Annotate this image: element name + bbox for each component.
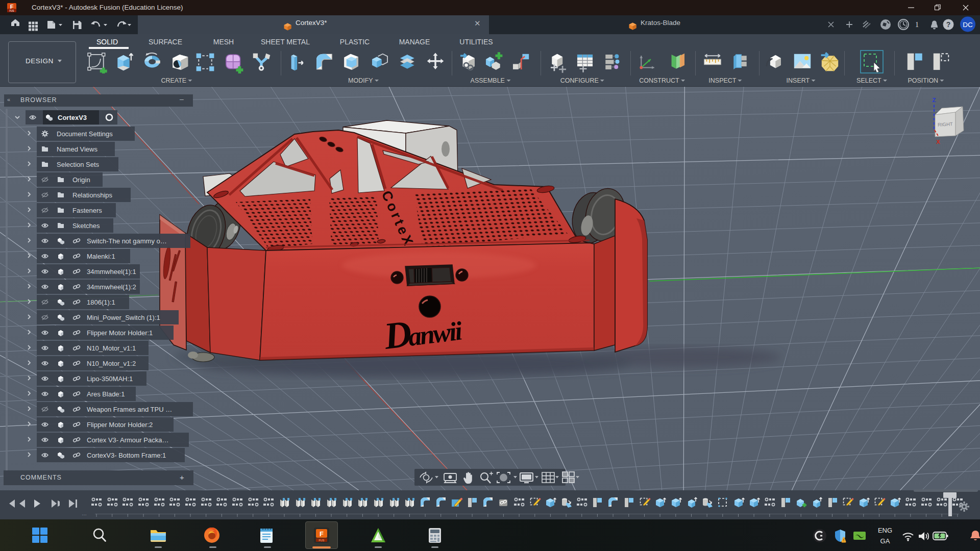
svg-text:!: ! xyxy=(843,538,844,542)
svg-text:RIGHT: RIGHT xyxy=(938,121,953,128)
svg-text:Z: Z xyxy=(932,97,936,103)
svg-text:F: F xyxy=(10,4,14,10)
svg-text:FUS: FUS xyxy=(10,10,14,12)
svg-text:DC: DC xyxy=(963,21,973,29)
svg-text:1: 1 xyxy=(915,21,919,29)
svg-text:FUS: FUS xyxy=(319,539,325,542)
svg-text:F: F xyxy=(320,530,324,538)
svg-text:X: X xyxy=(936,139,940,145)
svg-text:?: ? xyxy=(946,20,951,29)
